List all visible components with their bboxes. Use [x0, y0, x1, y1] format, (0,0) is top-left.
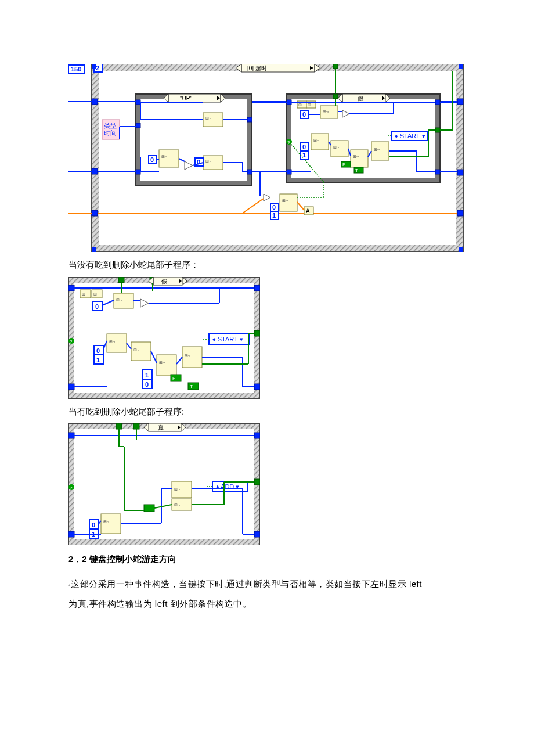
- svg-rect-230: [134, 423, 139, 429]
- svg-text:1: 1: [145, 372, 149, 379]
- svg-rect-227: [254, 531, 260, 537]
- svg-rect-22: [457, 99, 463, 105]
- svg-rect-133: [280, 194, 297, 211]
- case-selector-true: 真: [158, 424, 164, 431]
- svg-text:0: 0: [302, 143, 306, 150]
- svg-rect-233: [101, 514, 121, 534]
- svg-text:0: 0: [95, 303, 99, 310]
- svg-rect-79: [435, 170, 440, 174]
- paragraph-1: ◦这部分采用一种事件构造，当键按下时,通过判断类型与否相等，类如当按下左时显示 …: [68, 576, 466, 593]
- svg-text:♦ ADD ▾: ♦ ADD ▾: [216, 483, 239, 490]
- svg-text:0: 0: [92, 521, 95, 528]
- svg-text:⊞: ⊞: [93, 292, 97, 296]
- svg-text:♦ START ▾: ♦ START ▾: [212, 336, 243, 343]
- svg-rect-9: [459, 247, 463, 252]
- caption-2: 当有吃到删除小蛇尾部子程序:: [68, 404, 466, 420]
- svg-rect-224: [68, 433, 74, 438]
- svg-text:?: ?: [70, 485, 73, 491]
- svg-text:⊞·▫: ⊞·▫: [134, 348, 139, 352]
- svg-text:⊞·▫: ⊞·▫: [174, 487, 180, 491]
- svg-text:1: 1: [96, 357, 100, 363]
- svg-rect-76: [287, 100, 291, 105]
- svg-rect-156: [254, 384, 260, 390]
- svg-text:1: 1: [272, 212, 276, 219]
- svg-rect-226: [254, 433, 260, 438]
- case-false-selector: 假: [358, 95, 363, 102]
- svg-text:⊞·▫: ⊞·▫: [161, 154, 167, 159]
- svg-text:⊞: ⊞: [82, 292, 85, 296]
- svg-rect-38: [136, 123, 140, 128]
- svg-text:F: F: [342, 162, 345, 167]
- svg-text:⊞·▫: ⊞·▫: [313, 138, 319, 142]
- svg-text:?: ?: [70, 339, 73, 344]
- svg-text:0: 0: [145, 381, 149, 388]
- svg-text:⊞·▫: ⊞·▫: [374, 147, 380, 152]
- diagram-false-case: 假 ? ⊞⊞ ⊞·▫ ⊞·▫ ⊞·▫ ⊞·▫ ⊞·▫ 0 0 1 0 1 F T…: [68, 277, 466, 399]
- svg-text:⊞·▫: ⊞·▫: [205, 116, 211, 120]
- event-selector: [0] 超时: [247, 65, 267, 71]
- svg-text:0: 0: [96, 347, 100, 354]
- svg-text:⊞·▫: ⊞·▫: [185, 354, 190, 358]
- svg-text:A: A: [306, 208, 310, 214]
- svg-text:⊞·▫: ⊞·▫: [353, 154, 359, 159]
- svg-text:⊞·▫: ⊞·▫: [282, 199, 288, 203]
- svg-text:⊞: ⊞: [298, 103, 302, 107]
- svg-rect-80: [435, 128, 440, 132]
- svg-text:⊞·▫: ⊞·▫: [109, 340, 115, 344]
- svg-rect-220: [149, 423, 181, 431]
- diagram-true-case: 真 ? ⊞·▫ ⊞·▫ ⊞ ▫ 0 1 T ♦ ADD ▾: [68, 423, 466, 545]
- svg-rect-173: [157, 355, 176, 376]
- svg-text:⊞·▫: ⊞·▫: [333, 145, 339, 149]
- svg-text:⊞ ▫: ⊞ ▫: [174, 503, 180, 507]
- svg-text:T: T: [190, 384, 193, 389]
- svg-rect-33: [168, 94, 221, 102]
- svg-rect-18: [92, 210, 98, 216]
- svg-rect-47: [159, 150, 179, 167]
- svg-text:⊞·▫: ⊞·▫: [116, 298, 122, 302]
- case-up-selector: "UP": [180, 95, 192, 102]
- case-selector-false: 假: [161, 278, 167, 285]
- svg-text:?: ?: [287, 140, 290, 145]
- svg-rect-155: [254, 285, 260, 291]
- svg-rect-70: [342, 94, 385, 102]
- svg-text:T: T: [355, 168, 358, 173]
- svg-rect-39: [136, 170, 140, 174]
- svg-rect-81: [333, 94, 338, 99]
- svg-text:F: F: [172, 376, 175, 381]
- svg-rect-154: [68, 384, 74, 390]
- svg-text:0: 0: [150, 156, 154, 163]
- svg-rect-78: [435, 100, 440, 105]
- svg-rect-225: [68, 531, 74, 537]
- svg-text:1: 1: [302, 152, 306, 159]
- svg-rect-24: [457, 210, 463, 216]
- svg-text:时间: 时间: [104, 129, 117, 136]
- svg-rect-77: [287, 170, 291, 174]
- svg-rect-6: [92, 64, 96, 69]
- svg-rect-23: [457, 170, 463, 175]
- svg-rect-157: [254, 330, 260, 336]
- svg-rect-17: [92, 168, 98, 174]
- event-data-node: 类型: [104, 122, 117, 129]
- svg-text:⊞·▫: ⊞·▫: [205, 159, 211, 163]
- svg-rect-40: [247, 117, 252, 122]
- svg-text:⊞·▫: ⊞·▫: [103, 520, 109, 524]
- svg-rect-41: [247, 170, 252, 174]
- svg-rect-16: [92, 99, 98, 105]
- svg-rect-37: [136, 100, 140, 105]
- svg-rect-229: [116, 423, 122, 429]
- svg-rect-29: [333, 64, 338, 69]
- caption-1: 当没有吃到删除小蛇尾部子程序：: [68, 257, 466, 273]
- paragraph-2: 为真,事件构造输出为 left 到外部条件构造中。: [68, 596, 466, 613]
- svg-text:0: 0: [272, 204, 276, 211]
- svg-rect-8: [92, 247, 96, 252]
- svg-rect-7: [459, 64, 463, 69]
- diagram-main-event: 150 2 [0] 超时 类型 时间 "UP": [68, 64, 466, 252]
- svg-text:⊞·▫: ⊞·▫: [323, 110, 329, 114]
- svg-text:0: 0: [302, 111, 306, 118]
- section-heading: 2．2 键盘控制小蛇游走方向: [68, 551, 466, 568]
- svg-rect-153: [68, 285, 74, 291]
- const-150: 150: [71, 66, 81, 73]
- svg-text:♦ START ▾: ♦ START ▾: [395, 132, 425, 139]
- svg-text:⊞: ⊞: [308, 103, 311, 107]
- svg-rect-89: [351, 150, 368, 167]
